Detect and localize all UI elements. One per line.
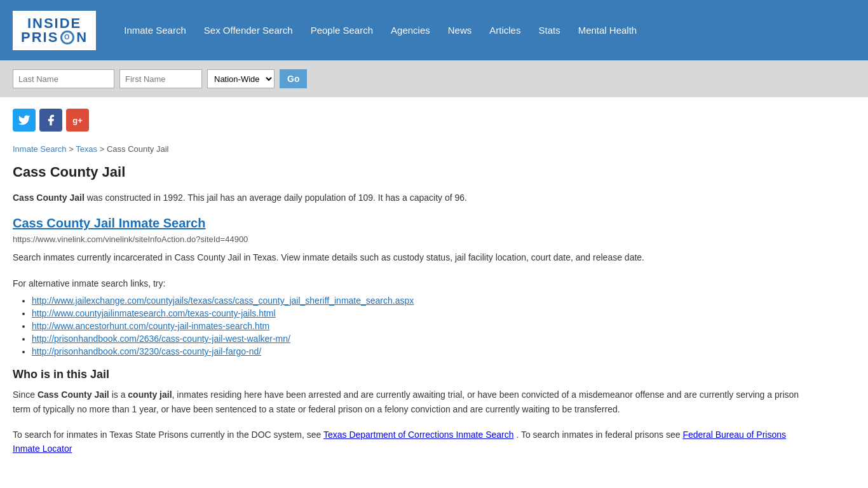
page-title: Cass County Jail bbox=[13, 164, 813, 180]
nav-articles[interactable]: Articles bbox=[480, 21, 529, 39]
doc-text1: To search for inmates in Texas State Pri… bbox=[13, 430, 321, 440]
alt-link-5[interactable]: http://prisonhandbook.com/3230/cass-coun… bbox=[32, 346, 261, 356]
alt-links-list: http://www.jailexchange.com/countyjails/… bbox=[32, 295, 813, 356]
who-section-title: Who is in this Jail bbox=[13, 368, 813, 381]
logo-prison-text: PRISON bbox=[21, 30, 88, 44]
search-bar: Nation-Wide Alabama Alaska Arizona Texas… bbox=[0, 60, 868, 97]
who-bold1: Cass County Jail bbox=[37, 390, 112, 400]
list-item: http://www.jailexchange.com/countyjails/… bbox=[32, 295, 813, 306]
alt-link-2[interactable]: http://www.countyjailinmatesearch.com/te… bbox=[32, 308, 276, 318]
googleplus-button[interactable]: g+ bbox=[66, 109, 89, 132]
nav-news[interactable]: News bbox=[439, 21, 481, 39]
breadcrumb-sep1: > bbox=[69, 144, 76, 154]
list-item: http://prisonhandbook.com/2636/cass-coun… bbox=[32, 334, 813, 344]
alt-link-4[interactable]: http://prisonhandbook.com/2636/cass-coun… bbox=[32, 334, 290, 344]
list-item: http://www.ancestorhunt.com/county-jail-… bbox=[32, 321, 813, 331]
inmate-search-link[interactable]: Cass County Jail Inmate Search bbox=[13, 216, 813, 231]
inmate-search-desc: Search inmates currently incarcerated in… bbox=[13, 250, 813, 264]
nav-sex-offender-search[interactable]: Sex Offender Search bbox=[195, 21, 302, 39]
intro-bold-name: Cass County Jail bbox=[13, 193, 85, 203]
nav-inmate-search[interactable]: Inmate Search bbox=[115, 21, 195, 39]
main-content: Inmate Search > Texas > Cass County Jail… bbox=[0, 138, 826, 487]
twitter-icon bbox=[18, 114, 31, 126]
gplus-icon: g+ bbox=[72, 116, 83, 125]
logo-prison-pre: PRIS bbox=[21, 30, 58, 44]
social-icons: g+ bbox=[0, 97, 868, 138]
site-logo[interactable]: INSIDE PRISON bbox=[13, 11, 96, 50]
breadcrumb-current: Cass County Jail bbox=[107, 144, 169, 154]
alt-links-intro: For alternative inmate search links, try… bbox=[13, 276, 813, 290]
who-paragraph: Since Cass County Jail is a county jail,… bbox=[13, 388, 813, 416]
logo-inside-text: INSIDE bbox=[21, 17, 88, 30]
twitter-button[interactable] bbox=[13, 109, 36, 132]
doc-text2: . To search inmates in federal prisons s… bbox=[516, 430, 680, 440]
who-text2: is a bbox=[112, 390, 126, 400]
who-bold2: county jail bbox=[128, 390, 172, 400]
nav-agencies[interactable]: Agencies bbox=[382, 21, 439, 39]
breadcrumb-texas[interactable]: Texas bbox=[76, 144, 97, 154]
site-header: INSIDE PRISON Inmate Search Sex Offender… bbox=[0, 0, 868, 60]
breadcrumb: Inmate Search > Texas > Cass County Jail bbox=[13, 144, 813, 154]
main-nav: Inmate Search Sex Offender Search People… bbox=[115, 21, 646, 39]
intro-text: was constructed in 1992. This jail has a… bbox=[87, 193, 467, 203]
alt-link-3[interactable]: http://www.ancestorhunt.com/county-jail-… bbox=[32, 321, 269, 331]
intro-paragraph: Cass County Jail was constructed in 1992… bbox=[13, 191, 813, 205]
facebook-icon bbox=[44, 114, 57, 126]
nav-mental-health[interactable]: Mental Health bbox=[569, 21, 646, 39]
list-item: http://www.countyjailinmatesearch.com/te… bbox=[32, 308, 813, 318]
go-button[interactable]: Go bbox=[280, 69, 307, 88]
last-name-input[interactable] bbox=[13, 69, 114, 88]
scope-select[interactable]: Nation-Wide Alabama Alaska Arizona Texas bbox=[207, 69, 275, 88]
alt-link-1[interactable]: http://www.jailexchange.com/countyjails/… bbox=[32, 295, 414, 306]
first-name-input[interactable] bbox=[119, 69, 202, 88]
list-item: http://prisonhandbook.com/3230/cass-coun… bbox=[32, 346, 813, 356]
logo-prison-post: N bbox=[76, 30, 88, 44]
nav-stats[interactable]: Stats bbox=[529, 21, 569, 39]
facebook-button[interactable] bbox=[39, 109, 62, 132]
doc-paragraph: To search for inmates in Texas State Pri… bbox=[13, 428, 813, 456]
logo-circle-o: O bbox=[60, 30, 74, 44]
breadcrumb-inmate-search[interactable]: Inmate Search bbox=[13, 144, 67, 154]
nav-people-search[interactable]: People Search bbox=[302, 21, 382, 39]
inmate-search-url: https://www.vinelink.com/vinelink/siteIn… bbox=[13, 234, 813, 244]
breadcrumb-sep2: > bbox=[100, 144, 107, 154]
doc-link[interactable]: Texas Department of Corrections Inmate S… bbox=[323, 430, 514, 440]
who-text1: Since bbox=[13, 390, 35, 400]
